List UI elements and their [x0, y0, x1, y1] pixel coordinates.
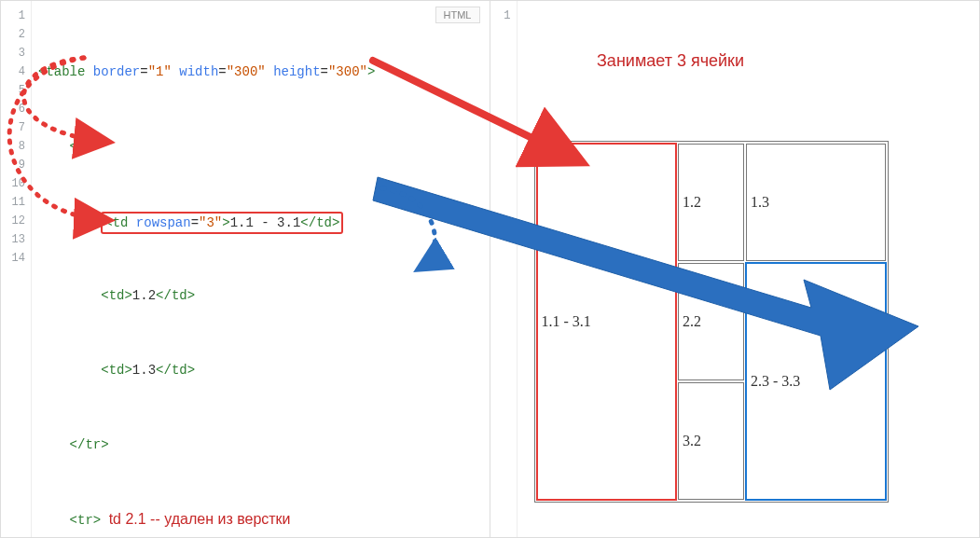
annotation-deleted-21: td 2.1 -- удален из верстки — [109, 511, 291, 527]
line-number: 1 — [490, 7, 517, 25]
cell-1-2: 1.2 — [678, 144, 744, 261]
line-number: 1 — [1, 7, 31, 25]
render-area: 1.1 - 3.1 1.2 1.3 2.2 2.3 - 3.3 3.2 — [517, 1, 980, 537]
cell-2-2: 2.2 — [678, 263, 744, 380]
line-number: 4 — [1, 62, 31, 81]
cell-2-3-rowspan2: 2.3 - 3.3 — [746, 263, 886, 500]
table-row: 1.1 - 3.1 1.2 1.3 — [537, 144, 886, 261]
line-number: 10 — [1, 174, 31, 193]
split-view: HTML 1 2 3 4 5 6 7 8 9 10 11 12 13 14 <t… — [0, 0, 980, 538]
code-line: </tr> — [38, 435, 482, 454]
cell-1-3: 1.3 — [746, 144, 886, 261]
line-number: 14 — [1, 249, 31, 268]
line-number-gutter: 1 2 3 4 5 6 7 8 9 10 11 12 13 14 — [1, 1, 32, 537]
line-number: 2 — [1, 25, 31, 44]
code-line: <tr> — [38, 137, 482, 156]
code-line: <tr> td 2.1 -- удален из верстки — [38, 510, 482, 529]
highlight-rowspan-3: <td rowspan="3">1.1 - 3.1</td> — [101, 212, 343, 234]
output-line-number-gutter: 1 — [490, 1, 518, 537]
line-number: 8 — [1, 137, 31, 156]
cell-1-1-rowspan3: 1.1 - 3.1 — [537, 144, 677, 500]
rendered-table: 1.1 - 3.1 1.2 1.3 2.2 2.3 - 3.3 3.2 — [534, 141, 889, 503]
line-number: 6 — [1, 100, 31, 118]
code-line: <td rowspan="3">1.1 - 3.1</td> — [38, 212, 482, 230]
line-number: 5 — [1, 81, 31, 100]
line-number: 3 — [1, 44, 31, 62]
code-area[interactable]: <table border="1" width="300" height="30… — [31, 1, 490, 537]
code-line: <td>1.3</td> — [38, 361, 482, 379]
annotation-occupies-3-cells: Занимает 3 ячейки — [597, 51, 744, 71]
output-pane: 1 1.1 - 3.1 1.2 1.3 2.2 2.3 - 3.3 3.2 — [490, 0, 981, 538]
code-line: <td>1.2</td> — [38, 286, 482, 305]
line-number: 12 — [1, 212, 31, 230]
line-number: 9 — [1, 156, 31, 174]
line-number: 13 — [1, 230, 31, 249]
code-pane: HTML 1 2 3 4 5 6 7 8 9 10 11 12 13 14 <t… — [0, 0, 490, 538]
cell-3-2: 3.2 — [678, 382, 744, 500]
code-line: <table border="1" width="300" height="30… — [38, 62, 482, 81]
line-number: 7 — [1, 118, 31, 137]
line-number: 11 — [1, 193, 31, 212]
